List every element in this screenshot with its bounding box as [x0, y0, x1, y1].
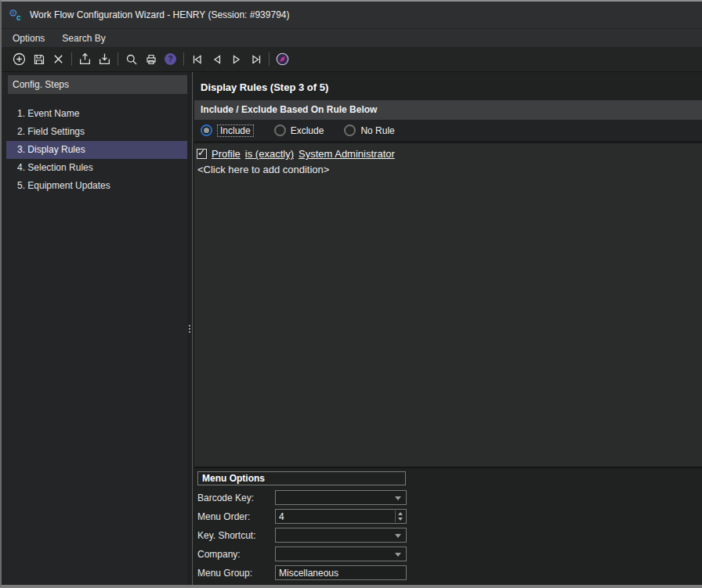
- next-record-icon: [230, 53, 243, 66]
- field-row-key-shortcut: Key. Shortcut:: [197, 528, 702, 543]
- menu-options-panel: Menu Options Barcode Key: Menu Order: 4: [194, 467, 702, 585]
- sidebar-item-event-name[interactable]: 1. Event Name: [6, 105, 187, 123]
- add-icon: [13, 52, 26, 66]
- condition-value-link[interactable]: System Administrator: [299, 148, 395, 160]
- app-gears-icon: ⚙ c: [7, 5, 24, 25]
- import-button[interactable]: [95, 49, 114, 70]
- next-record-button[interactable]: [226, 49, 246, 70]
- radio-button-icon: [344, 124, 356, 136]
- key-shortcut-dropdown[interactable]: [275, 528, 407, 543]
- rule-group-header: Include / Exclude Based On Rule Below: [194, 100, 702, 120]
- search-icon: [125, 53, 138, 66]
- menu-order-value: 4: [279, 511, 284, 522]
- radio-exclude-label: Exclude: [291, 125, 324, 136]
- last-record-button[interactable]: [246, 49, 266, 70]
- splitter-line: [192, 72, 193, 585]
- export-icon: [78, 52, 92, 66]
- toolbar-separator: [183, 52, 184, 66]
- conditions-panel[interactable]: Profile is (exactly) System Administrato…: [194, 143, 702, 467]
- print-button[interactable]: [141, 49, 161, 70]
- radio-include-label: Include: [217, 124, 254, 137]
- sidebar-item-selection-rules[interactable]: 4. Selection Rules: [6, 159, 187, 177]
- previous-record-icon: [211, 53, 223, 66]
- add-button[interactable]: [9, 49, 29, 70]
- sidebar-item-field-settings[interactable]: 2. Field Settings: [6, 123, 187, 141]
- window-body: Config. Steps 1. Event Name 2. Field Set…: [2, 72, 702, 585]
- menu-options-header: Menu Options: [197, 471, 406, 485]
- sidebar: Config. Steps 1. Event Name 2. Field Set…: [2, 72, 187, 585]
- toolbar: ?: [2, 47, 702, 72]
- barcode-key-label: Barcode Key:: [197, 492, 275, 503]
- save-icon: [33, 53, 45, 66]
- condition-field-link[interactable]: Profile: [212, 148, 241, 160]
- menu-group-value: Miscellaneous: [279, 568, 338, 579]
- navigate-icon: [276, 52, 289, 66]
- radio-no-rule-label: No Rule: [360, 125, 394, 136]
- svg-text:?: ?: [168, 54, 172, 63]
- condition-checkbox[interactable]: [197, 149, 207, 159]
- window-title: Work Flow Configuration Wizard - HENRY (…: [30, 9, 289, 20]
- help-button[interactable]: ?: [161, 49, 180, 70]
- previous-record-button[interactable]: [207, 49, 226, 70]
- toolbar-separator: [71, 52, 72, 66]
- first-record-button[interactable]: [187, 49, 207, 70]
- menu-order-stepper[interactable]: 4: [275, 509, 407, 524]
- radio-button-icon: [201, 124, 212, 136]
- toolbar-separator: [269, 52, 270, 66]
- export-button[interactable]: [75, 49, 95, 70]
- toolbar-separator: [118, 52, 118, 66]
- splitter-grip-icon: [187, 325, 191, 333]
- field-row-barcode-key: Barcode Key:: [197, 490, 702, 505]
- app-window: ⚙ c Work Flow Configuration Wizard - HEN…: [0, 0, 702, 588]
- first-record-icon: [191, 53, 204, 66]
- field-row-menu-group: Menu Group: Miscellaneous: [197, 565, 702, 580]
- sidebar-item-display-rules[interactable]: 3. Display Rules: [6, 141, 187, 159]
- rule-radio-row: Include Exclude No Rule: [194, 120, 702, 143]
- key-shortcut-label: Key. Shortcut:: [197, 530, 275, 541]
- main-panel: Display Rules (Step 3 of 5) Include / Ex…: [194, 72, 702, 585]
- sidebar-header: Config. Steps: [8, 75, 187, 94]
- sidebar-splitter[interactable]: [187, 72, 194, 585]
- import-icon: [98, 52, 111, 66]
- last-record-icon: [250, 53, 262, 66]
- radio-exclude[interactable]: Exclude: [274, 124, 324, 136]
- search-button[interactable]: [121, 49, 141, 70]
- field-row-menu-order: Menu Order: 4: [197, 509, 702, 524]
- svg-text:c: c: [16, 13, 21, 22]
- condition-operator-link[interactable]: is (exactly): [245, 148, 294, 160]
- menu-bar: Options Search By: [2, 28, 702, 47]
- menu-group-label: Menu Group:: [197, 568, 275, 579]
- radio-no-rule[interactable]: No Rule: [344, 124, 394, 136]
- condition-row: Profile is (exactly) System Administrato…: [197, 148, 702, 160]
- menu-group-field[interactable]: Miscellaneous: [275, 565, 407, 580]
- radio-include[interactable]: Include: [201, 124, 254, 137]
- menu-order-label: Menu Order:: [197, 511, 275, 522]
- config-steps-list: 1. Event Name 2. Field Settings 3. Displ…: [2, 105, 187, 195]
- add-condition-link[interactable]: <Click here to add condition>: [197, 164, 702, 175]
- save-button[interactable]: [29, 49, 49, 70]
- barcode-key-dropdown[interactable]: [275, 490, 407, 505]
- field-row-company: Company:: [197, 547, 702, 561]
- menu-item-options[interactable]: Options: [4, 29, 53, 48]
- help-icon: ?: [164, 52, 177, 66]
- delete-icon: [52, 53, 64, 65]
- titlebar[interactable]: ⚙ c Work Flow Configuration Wizard - HEN…: [2, 2, 702, 28]
- company-dropdown[interactable]: [275, 547, 407, 561]
- spinner-arrows-icon[interactable]: [395, 510, 404, 522]
- navigate-button[interactable]: [273, 49, 292, 70]
- sidebar-item-equipment-updates[interactable]: 5. Equipment Updates: [6, 177, 187, 195]
- menu-item-search-by[interactable]: Search By: [53, 29, 114, 48]
- delete-button[interactable]: [49, 49, 68, 70]
- radio-button-icon: [274, 124, 286, 136]
- print-icon: [145, 53, 157, 66]
- page-title: Display Rules (Step 3 of 5): [201, 81, 702, 93]
- company-label: Company:: [197, 549, 275, 560]
